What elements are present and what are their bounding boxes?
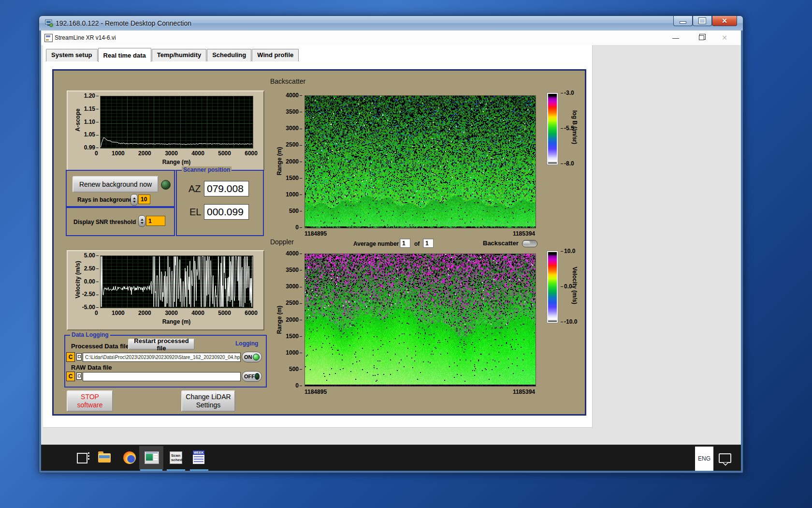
of-label: of: [414, 240, 420, 247]
tick-label: 4000: [191, 150, 204, 156]
rdp-minimize-button[interactable]: [673, 16, 693, 26]
spin-up-icon: [141, 219, 144, 221]
raw-path-field[interactable]: [83, 372, 241, 381]
labview-vi-icon: [44, 34, 53, 42]
background-status-led: [161, 180, 171, 190]
close-icon: ✕: [722, 17, 727, 25]
raw-browse-icon[interactable]: [76, 373, 82, 380]
tab-wind-profile[interactable]: Wind profile: [252, 49, 299, 61]
tick-label: 500: [289, 208, 302, 214]
tab-real-time-data[interactable]: Real time data: [98, 48, 151, 62]
tick-label: 6000: [245, 150, 258, 156]
raw-drive-selector[interactable]: C: [66, 372, 75, 381]
backscatter-doppler-toggle[interactable]: [522, 240, 537, 247]
notification-center-icon[interactable]: [719, 453, 731, 463]
raw-logging-toggle-off[interactable]: OFF: [242, 371, 262, 382]
app-restore-button[interactable]: [699, 30, 704, 45]
velocity-plot-area: [100, 255, 253, 308]
ascope-plot-canvas: [101, 96, 253, 148]
tick-label: 3000: [165, 150, 178, 156]
scan-scheduler-icon[interactable]: Scan sched: [170, 451, 182, 464]
tick-label: 2000: [286, 317, 302, 323]
processed-browse-icon[interactable]: [76, 353, 82, 360]
doppler-x-start: 1184895: [304, 389, 327, 395]
scanner-position-group: Scanner position AZ 079.008 EL 000.099: [176, 170, 264, 236]
change-button-line2: Settings: [196, 401, 221, 409]
raw-data-file-label: RAW Data file: [71, 364, 112, 371]
toggle-on-label: ON: [244, 354, 252, 360]
tick-label: 1.20: [84, 93, 99, 99]
processed-data-file-label: Processed Data file: [71, 343, 129, 350]
app-close-button[interactable]: ✕: [722, 30, 727, 45]
tick-label: 5000: [218, 150, 231, 156]
snr-spinner[interactable]: [138, 215, 145, 227]
tick-label: 1000: [112, 150, 125, 156]
backscatter-colorbar: [547, 93, 558, 164]
backscatter-x-start: 1184895: [304, 231, 327, 237]
tick-label: 2500: [286, 142, 302, 148]
stop-button-line1: STOP: [81, 393, 99, 401]
velocity-y-ticks: 5.002.500.00-2.50-5.00: [78, 253, 99, 310]
restart-processed-file-button[interactable]: Restart processed file: [128, 339, 195, 350]
tick-label: 0: [95, 150, 98, 156]
taskbar: Scan sched WEEK ENG: [41, 445, 741, 471]
doppler-x-end: 1185394: [513, 389, 535, 395]
language-indicator[interactable]: ENG: [695, 447, 713, 471]
week-schedule-icon[interactable]: WEEK: [193, 450, 204, 464]
spin-up-icon: [133, 197, 136, 199]
average-count-field[interactable]: 1: [423, 239, 434, 248]
renew-background-button[interactable]: Renew background now: [72, 176, 159, 193]
rdp-close-button[interactable]: ✕: [712, 16, 737, 26]
tick-label: 6000: [245, 310, 258, 316]
streamline-app-taskbar-button[interactable]: [139, 446, 163, 469]
stop-software-button[interactable]: STOP software: [67, 390, 113, 412]
remote-desktop-icon: [45, 19, 53, 27]
rdp-restore-button[interactable]: [693, 16, 712, 26]
tab-temp-humidity[interactable]: Temp/humidity: [152, 49, 206, 61]
change-button-line1: Change LiDAR: [186, 393, 231, 401]
tick-label: 0: [295, 224, 302, 230]
tick-label: 4000: [286, 92, 302, 98]
backscatter-plot-area: [304, 95, 536, 228]
on-led-icon: [253, 354, 260, 360]
rays-spinner[interactable]: [130, 194, 138, 206]
tick-label: 2.50: [84, 266, 99, 271]
backscatter-toggle-label: Backscatter: [483, 239, 519, 247]
off-led-icon: [255, 373, 260, 380]
average-number-field[interactable]: 1: [400, 239, 410, 248]
ascope-x-ticks: 0100020003000400050006000: [95, 150, 258, 156]
main-panel: A-scope 1.201.151.101.050.99 01000200030…: [52, 69, 586, 416]
ascope-graph-box: A-scope 1.201.151.101.050.99 01000200030…: [67, 90, 264, 171]
file-explorer-icon[interactable]: [98, 453, 111, 463]
snr-value-field[interactable]: 1: [146, 216, 165, 226]
doppler-colorbar: [547, 251, 558, 323]
active-app-underline: [140, 469, 162, 471]
stop-button-line2: software: [77, 401, 103, 409]
app-minimize-button[interactable]: —: [672, 30, 679, 45]
change-lidar-settings-button[interactable]: Change LiDAR Settings: [181, 390, 235, 412]
backscatter-heatmap-canvas: [305, 96, 536, 228]
rays-value-field[interactable]: 10: [138, 194, 150, 204]
processed-path-field[interactable]: C:\Lidar\Data\Proc\2023\202309\20230920\…: [83, 353, 241, 362]
tab-system-setup[interactable]: System setup: [46, 49, 98, 61]
tick-label: -2.50: [82, 291, 99, 297]
tick-label: 1000: [286, 350, 302, 356]
tick-label: 3000: [165, 310, 178, 316]
az-label: AZ: [188, 183, 201, 194]
rdp-titlebar[interactable]: 192.168.0.122 - Remote Desktop Connectio…: [39, 16, 743, 30]
app-titlebar[interactable]: StreamLine XR v14-6.vi — ✕: [41, 30, 741, 45]
backscatter-colorbar-label: log B (/m/sr): [571, 98, 578, 156]
tab-scheduling[interactable]: Scheduling: [207, 49, 251, 61]
remote-desktop-viewport: StreamLine XR v14-6.vi — ✕ System setup …: [41, 30, 741, 471]
restore-icon: [699, 18, 706, 24]
processed-drive-selector[interactable]: C: [66, 352, 75, 362]
processed-logging-toggle-on[interactable]: ON: [242, 352, 262, 362]
task-view-icon[interactable]: [77, 453, 87, 463]
velocity-graph-box: Velocity (m/s) 5.002.500.00-2.50-5.00 01…: [67, 250, 264, 330]
doppler-y-ticks: 40003500300025002000150010005000: [282, 251, 302, 388]
tick-label: -10.0: [561, 319, 577, 325]
scan-icon-line1: Scan: [171, 453, 180, 458]
velocity-plot-canvas: [101, 256, 253, 308]
firefox-icon[interactable]: [123, 451, 136, 464]
tick-label: 2000: [138, 310, 151, 316]
